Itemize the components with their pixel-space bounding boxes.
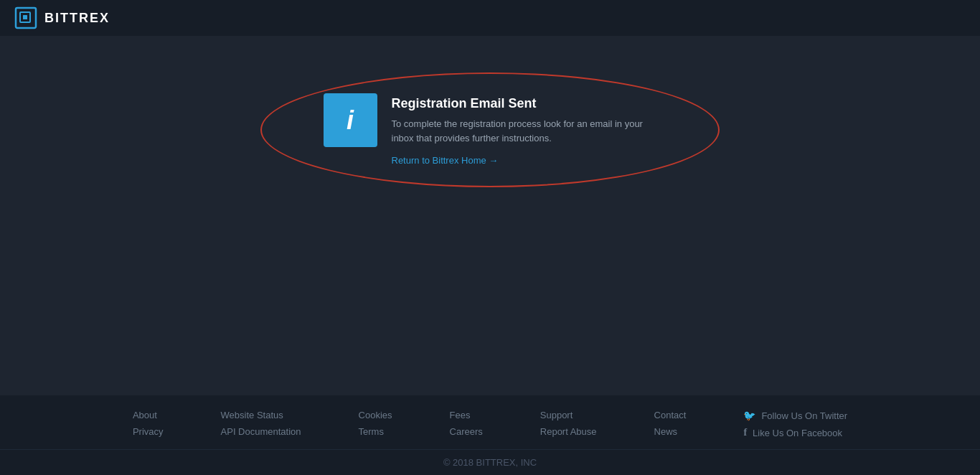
footer-column-2: Website Status API Documentation [221, 410, 301, 438]
footer-social: 🐦 Follow Us On Twitter f Like Us On Face… [743, 410, 847, 438]
footer-link-terms[interactable]: Terms [359, 426, 392, 437]
footer-links: About Privacy Website Status API Documen… [0, 410, 980, 438]
facebook-icon: f [743, 427, 747, 438]
notification-body: To complete the registration process loo… [392, 117, 657, 145]
twitter-icon: 🐦 [743, 410, 755, 421]
facebook-link[interactable]: f Like Us On Facebook [743, 427, 847, 438]
footer-column-1: About Privacy [133, 410, 164, 438]
footer-link-about[interactable]: About [133, 410, 164, 420]
footer-link-careers[interactable]: Careers [450, 426, 483, 437]
footer-column-5: Support Report Abuse [540, 410, 597, 438]
footer-link-api-documentation[interactable]: API Documentation [221, 426, 301, 437]
facebook-label: Like Us On Facebook [753, 428, 842, 438]
svg-rect-2 [23, 15, 27, 19]
footer-link-website-status[interactable]: Website Status [221, 410, 301, 420]
notification-title: Registration Email Sent [392, 96, 657, 111]
footer-link-privacy[interactable]: Privacy [133, 426, 164, 437]
footer-column-3: Cookies Terms [359, 410, 392, 438]
info-icon-box: i [324, 93, 377, 147]
twitter-label: Follow Us On Twitter [761, 410, 847, 421]
bittrex-logo-icon [14, 6, 37, 29]
logo-text: BITTREX [44, 11, 110, 26]
footer-link-contact[interactable]: Contact [654, 410, 687, 420]
footer: About Privacy Website Status API Documen… [0, 395, 980, 475]
footer-column-4: Fees Careers [450, 410, 483, 438]
footer-link-report-abuse[interactable]: Report Abuse [540, 426, 597, 437]
return-home-link[interactable]: Return to Bittrex Home → [392, 155, 657, 166]
notification-card: i Registration Email Sent To complete th… [302, 79, 679, 180]
notification-content: i Registration Email Sent To complete th… [324, 93, 657, 166]
notification-wrapper: i Registration Email Sent To complete th… [302, 79, 679, 180]
logo-container[interactable]: BITTREX [14, 6, 110, 29]
footer-link-support[interactable]: Support [540, 410, 597, 420]
main-content: i Registration Email Sent To complete th… [0, 36, 980, 395]
footer-link-fees[interactable]: Fees [450, 410, 483, 420]
header: BITTREX [0, 0, 980, 36]
footer-link-news[interactable]: News [654, 426, 687, 437]
footer-column-6: Contact News [654, 410, 687, 438]
twitter-link[interactable]: 🐦 Follow Us On Twitter [743, 410, 847, 421]
notification-text: Registration Email Sent To complete the … [392, 93, 657, 166]
footer-copyright: © 2018 BITTREX, INC [0, 449, 980, 468]
footer-link-cookies[interactable]: Cookies [359, 410, 392, 420]
info-icon: i [347, 105, 354, 136]
